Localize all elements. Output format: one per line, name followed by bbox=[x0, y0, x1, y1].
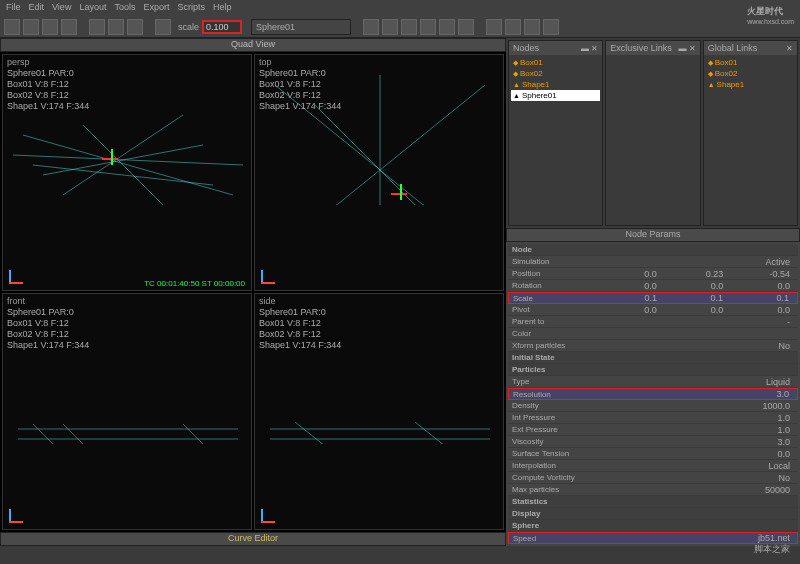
axis-icon bbox=[9, 499, 33, 523]
param-row[interactable]: Ext Pressure1.0 bbox=[508, 424, 798, 436]
param-row[interactable]: InterpolationLocal bbox=[508, 460, 798, 472]
menu-help[interactable]: Help bbox=[213, 2, 232, 14]
menu-file[interactable]: File bbox=[6, 2, 21, 14]
param-row[interactable]: Resolution3.0 bbox=[508, 388, 798, 400]
viewport-front[interactable]: frontSphere01 PAR:0Box01 V:8 F:12Box02 V… bbox=[2, 293, 252, 530]
param-row[interactable]: Surface Tension0.0 bbox=[508, 448, 798, 460]
param-row: Display bbox=[508, 508, 798, 520]
param-row: Initial State bbox=[508, 352, 798, 364]
menu-bar: FileEditViewLayoutToolsExportScriptsHelp bbox=[0, 0, 800, 16]
quad-view-title: Quad View bbox=[0, 38, 506, 52]
nodes-panel: Nodes▬ ✕ Box01Box02Shape1Sphere01 bbox=[508, 40, 603, 226]
scale-label: scale bbox=[178, 22, 199, 32]
menu-export[interactable]: Export bbox=[143, 2, 169, 14]
svg-line-12 bbox=[33, 424, 53, 444]
tool-icon[interactable] bbox=[127, 19, 143, 35]
tool-icon[interactable] bbox=[486, 19, 502, 35]
svg-line-3 bbox=[63, 115, 183, 195]
node-item[interactable]: Box01 bbox=[706, 57, 795, 68]
param-row[interactable]: Color bbox=[508, 328, 798, 340]
param-row: Particles bbox=[508, 364, 798, 376]
watermark: jb51.net脚本之家 bbox=[754, 533, 790, 556]
param-row[interactable]: Position0.00.23-0.54 bbox=[508, 268, 798, 280]
param-row[interactable]: TypeLiquid bbox=[508, 376, 798, 388]
tool-icon[interactable] bbox=[543, 19, 559, 35]
quad-viewport: perspSphere01 PAR:0Box01 V:8 F:12Box02 V… bbox=[0, 52, 506, 532]
tool-icon[interactable] bbox=[382, 19, 398, 35]
tool-icon[interactable] bbox=[420, 19, 436, 35]
tool-icon[interactable] bbox=[505, 19, 521, 35]
toolbar: scale Sphere01 bbox=[0, 16, 800, 38]
param-row[interactable]: SimulationActive bbox=[508, 256, 798, 268]
node-item[interactable]: Box02 bbox=[511, 68, 600, 79]
tool-icon[interactable] bbox=[23, 19, 39, 35]
tool-icon[interactable] bbox=[108, 19, 124, 35]
tool-icon[interactable] bbox=[363, 19, 379, 35]
menu-edit[interactable]: Edit bbox=[29, 2, 45, 14]
param-row: Node bbox=[508, 244, 798, 256]
param-row[interactable]: Viscosity3.0 bbox=[508, 436, 798, 448]
panel-close-icon[interactable]: ✕ bbox=[786, 44, 793, 53]
param-row: Sphere bbox=[508, 520, 798, 532]
svg-line-13 bbox=[63, 424, 83, 444]
param-row[interactable]: Max particles50000 bbox=[508, 484, 798, 496]
node-item[interactable]: Box01 bbox=[511, 57, 600, 68]
global-links-panel: Global Links✕ Box01Box02Shape1 bbox=[703, 40, 798, 226]
tool-icon[interactable] bbox=[89, 19, 105, 35]
svg-line-1 bbox=[23, 135, 233, 195]
tool-icon[interactable] bbox=[524, 19, 540, 35]
tool-icon[interactable] bbox=[401, 19, 417, 35]
menu-scripts[interactable]: Scripts bbox=[177, 2, 205, 14]
svg-line-18 bbox=[415, 422, 445, 444]
viewport-top[interactable]: topSphere01 PAR:0Box01 V:8 F:12Box02 V:8… bbox=[254, 54, 504, 291]
logo: 火星时代www.hxsd.com bbox=[747, 4, 794, 25]
param-row[interactable]: Scale0.10.10.1 bbox=[508, 292, 798, 304]
param-row[interactable]: Compute VorticityNo bbox=[508, 472, 798, 484]
panel-close-icon[interactable]: ▬ ✕ bbox=[581, 44, 598, 53]
curve-editor-title[interactable]: Curve Editor bbox=[0, 532, 506, 546]
menu-layout[interactable]: Layout bbox=[79, 2, 106, 14]
axis-icon bbox=[261, 499, 285, 523]
node-params-title: Node Params bbox=[506, 228, 800, 242]
transform-gizmo[interactable] bbox=[391, 184, 411, 204]
param-row: Statistics bbox=[508, 496, 798, 508]
transform-gizmo[interactable] bbox=[102, 149, 122, 169]
svg-line-2 bbox=[43, 145, 203, 175]
tool-icon[interactable] bbox=[4, 19, 20, 35]
tool-icon[interactable] bbox=[42, 19, 58, 35]
svg-line-14 bbox=[183, 424, 203, 444]
axis-icon bbox=[261, 260, 285, 284]
node-item[interactable]: Shape1 bbox=[706, 79, 795, 90]
tool-icon[interactable] bbox=[458, 19, 474, 35]
scale-input[interactable] bbox=[202, 20, 242, 34]
tool-icon[interactable] bbox=[155, 19, 171, 35]
node-item[interactable]: Shape1 bbox=[511, 79, 600, 90]
panel-close-icon[interactable]: ▬ ✕ bbox=[678, 44, 695, 53]
axis-icon bbox=[9, 260, 33, 284]
param-row[interactable]: Pivot0.00.00.0 bbox=[508, 304, 798, 316]
svg-line-17 bbox=[295, 422, 325, 444]
node-item[interactable]: Sphere01 bbox=[511, 90, 600, 101]
menu-tools[interactable]: Tools bbox=[114, 2, 135, 14]
param-row[interactable]: Xform particlesNo bbox=[508, 340, 798, 352]
param-row[interactable]: Parent to- bbox=[508, 316, 798, 328]
exclusive-links-panel: Exclusive Links▬ ✕ bbox=[605, 40, 700, 226]
menu-view[interactable]: View bbox=[52, 2, 71, 14]
viewport-side[interactable]: sideSphere01 PAR:0Box01 V:8 F:12Box02 V:… bbox=[254, 293, 504, 530]
viewport-persp[interactable]: perspSphere01 PAR:0Box01 V:8 F:12Box02 V… bbox=[2, 54, 252, 291]
param-row[interactable]: Int Pressure1.0 bbox=[508, 412, 798, 424]
node-params-panel: NodeSimulationActivePosition0.00.23-0.54… bbox=[506, 242, 800, 546]
svg-line-4 bbox=[33, 165, 213, 185]
object-combo[interactable]: Sphere01 bbox=[251, 19, 351, 35]
param-row[interactable]: Density1000.0 bbox=[508, 400, 798, 412]
tool-icon[interactable] bbox=[439, 19, 455, 35]
param-row[interactable]: Rotation0.00.00.0 bbox=[508, 280, 798, 292]
node-item[interactable]: Box02 bbox=[706, 68, 795, 79]
tool-icon[interactable] bbox=[61, 19, 77, 35]
svg-line-0 bbox=[13, 155, 243, 165]
